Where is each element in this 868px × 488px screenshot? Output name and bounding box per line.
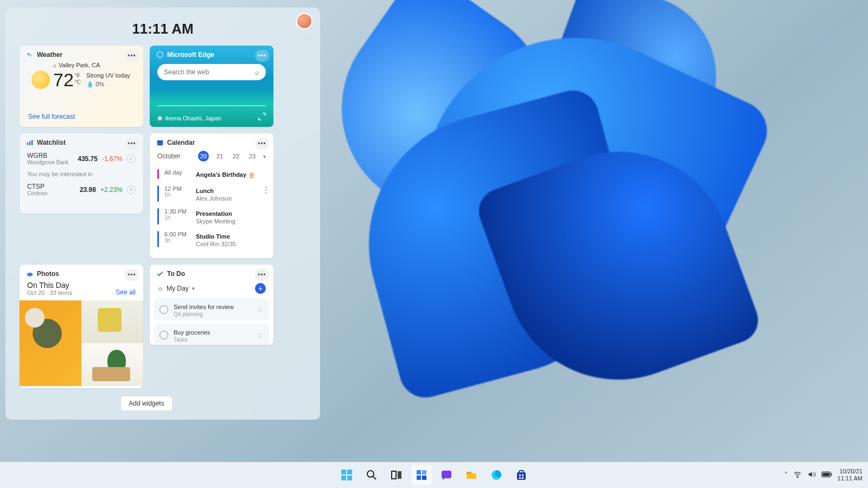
tray-overflow-icon[interactable]: ˄ xyxy=(784,471,788,479)
event-subtitle: Alex Johnson xyxy=(196,195,232,202)
todo-add-button[interactable]: + xyxy=(255,283,266,294)
event-time: 12 PM1h xyxy=(164,185,190,202)
event-time: All day xyxy=(164,169,190,179)
svg-rect-7 xyxy=(157,140,163,142)
widgets-button[interactable] xyxy=(411,464,432,486)
photo-thumbnail[interactable] xyxy=(81,343,143,386)
watchlist-row[interactable]: WGRBWoodgrove Bank 435.75 -1.67% ✓ xyxy=(20,150,143,168)
stocks-icon xyxy=(26,139,34,146)
star-icon[interactable]: ☆ xyxy=(257,305,264,314)
chevron-down-icon: ▾ xyxy=(192,286,195,291)
todo-title: To Do xyxy=(167,270,185,278)
calendar-month[interactable]: October xyxy=(157,152,181,160)
todo-more-button[interactable]: ••• xyxy=(255,269,269,281)
event-title: Angela's Birthday 🎂 xyxy=(196,171,256,178)
calendar-event[interactable]: 12 PM1h LunchAlex Johnson xyxy=(154,182,269,205)
sun-icon xyxy=(31,70,50,89)
search-button[interactable] xyxy=(361,464,382,486)
user-avatar[interactable] xyxy=(296,13,312,29)
volume-icon[interactable] xyxy=(807,470,816,480)
todo-item[interactable]: Buy groceriesTasks ☆ xyxy=(154,324,269,345)
calendar-event[interactable]: All day Angela's Birthday 🎂 xyxy=(154,166,269,182)
edge-more-button[interactable]: ••• xyxy=(255,50,269,62)
photos-grid[interactable] xyxy=(20,300,143,386)
calendar-event[interactable]: 6:00 PM3h Studio TimeConf Rm 32/35 xyxy=(154,228,269,251)
watchlist-row[interactable]: CTSPContoso 23.98 +2.23% + xyxy=(20,181,143,198)
stock-name: Contoso xyxy=(27,190,47,196)
svg-rect-14 xyxy=(392,471,396,479)
event-subtitle: Skype Meeting xyxy=(196,218,235,224)
calendar-day[interactable]: 20 xyxy=(198,151,209,162)
edge-title: Microsoft Edge xyxy=(167,51,214,59)
svg-rect-17 xyxy=(422,470,426,474)
svg-rect-21 xyxy=(467,472,471,474)
edge-search-input[interactable] xyxy=(164,68,251,76)
calendar-day[interactable]: 21 xyxy=(214,151,225,162)
photos-more-button[interactable]: ••• xyxy=(125,269,139,281)
todo-text: Send invites for review xyxy=(174,304,234,310)
event-title: Presentation xyxy=(196,210,232,217)
photo-thumbnail[interactable] xyxy=(20,300,81,386)
weather-uv: Strong UV today xyxy=(86,72,130,79)
start-button[interactable] xyxy=(336,464,358,486)
edge-image-location: ◉Ikema Ohashi, Japan xyxy=(157,114,221,121)
taskbar-clock[interactable]: 10/20/21 11:11 AM xyxy=(838,468,863,482)
svg-rect-27 xyxy=(519,477,521,479)
photos-meta: Oct 20 · 33 items xyxy=(27,290,72,296)
photos-widget[interactable]: Photos ••• On This Day Oct 20 · 33 items… xyxy=(20,265,143,388)
location-pin-icon: ◉ xyxy=(157,114,163,121)
stock-change: +2.23% xyxy=(100,186,123,194)
todo-item[interactable]: Send invites for reviewQ4 planning ☆ xyxy=(154,298,269,320)
stock-change: -1.67% xyxy=(102,155,123,163)
expand-icon[interactable] xyxy=(257,112,267,121)
todo-widget[interactable]: To Do ••• ☼ My Day ▾ + Send invites for … xyxy=(150,265,273,345)
calendar-title: Calendar xyxy=(167,139,195,146)
stock-action-icon[interactable]: ✓ xyxy=(127,155,136,163)
watchlist-widget[interactable]: Watchlist ••• WGRBWoodgrove Bank 435.75 … xyxy=(20,133,143,214)
forecast-link[interactable]: See full forecast xyxy=(28,113,75,120)
star-icon[interactable]: ☆ xyxy=(257,331,264,339)
svg-point-8 xyxy=(27,273,33,277)
weather-icon xyxy=(26,51,34,59)
store-button[interactable] xyxy=(510,464,532,486)
battery-icon[interactable] xyxy=(821,471,832,479)
calendar-event[interactable]: 1:30 PM1h PresentationSkype Meeting xyxy=(154,205,269,228)
event-time: 6:00 PM3h xyxy=(164,231,190,247)
weather-widget[interactable]: Weather ••• ⌂Valley Park, CA 72 °F°C Str… xyxy=(20,46,143,127)
watchlist-more-button[interactable]: ••• xyxy=(125,138,139,150)
event-time: 1:30 PM1h xyxy=(164,208,190,224)
task-view-button[interactable] xyxy=(386,464,407,486)
todo-text: Buy groceries xyxy=(174,329,210,336)
svg-rect-18 xyxy=(417,476,421,480)
photo-thumbnail[interactable] xyxy=(81,300,143,343)
svg-rect-20 xyxy=(442,471,451,478)
file-explorer-button[interactable] xyxy=(461,464,482,486)
event-title: Lunch xyxy=(196,188,214,194)
edge-search-box[interactable]: ⌕ xyxy=(157,64,266,80)
calendar-more-button[interactable]: ••• xyxy=(255,138,269,150)
taskbar-center xyxy=(336,464,532,486)
calendar-day[interactable]: 22 xyxy=(231,151,241,162)
svg-rect-24 xyxy=(519,471,524,473)
search-icon: ⌕ xyxy=(255,68,259,76)
wifi-icon[interactable] xyxy=(793,470,802,480)
add-widgets-button[interactable]: Add widgets xyxy=(120,396,172,411)
chevron-down-icon[interactable]: ▾ xyxy=(263,153,266,159)
stock-price: 435.75 xyxy=(78,155,98,163)
chat-button[interactable] xyxy=(436,464,457,486)
calendar-widget[interactable]: Calendar ••• October 20212223▾ All day A… xyxy=(150,133,273,258)
todo-list-selector[interactable]: ☼ My Day ▾ xyxy=(157,285,195,292)
weather-more-button[interactable]: ••• xyxy=(125,50,139,62)
calendar-day[interactable]: 23 xyxy=(247,151,258,162)
drag-handle-icon[interactable] xyxy=(265,187,267,194)
edge-button[interactable] xyxy=(486,464,507,486)
svg-rect-25 xyxy=(519,474,521,476)
todo-checkbox[interactable] xyxy=(159,331,168,339)
todo-checkbox[interactable] xyxy=(159,305,168,314)
edge-widget[interactable]: Microsoft Edge ••• ⌕ ◉Ikema Ohashi, Japa… xyxy=(150,46,273,127)
photos-see-all[interactable]: See all xyxy=(116,288,136,296)
widgets-panel: 11:11 AM Weather ••• ⌂Valley Park, CA 72… xyxy=(5,8,320,420)
stock-action-icon[interactable]: + xyxy=(127,185,136,194)
system-tray: ˄ 10/20/21 11:11 AM xyxy=(784,468,863,482)
event-subtitle: Conf Rm 32/35 xyxy=(196,241,236,247)
